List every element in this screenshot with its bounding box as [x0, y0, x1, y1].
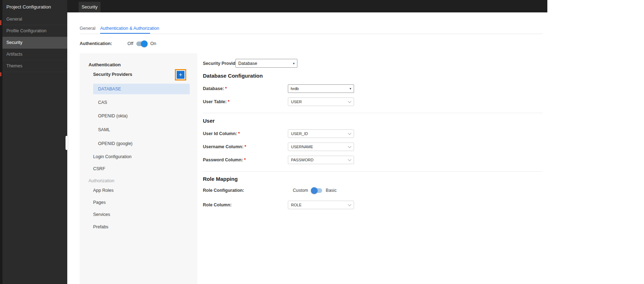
required-asterisk: *: [228, 99, 229, 104]
toggle-custom-label: Custom: [293, 188, 308, 193]
toggle-knob-icon: [141, 40, 148, 47]
dropdown-arrow-icon: ▾: [293, 62, 295, 65]
tree-item-openid-google[interactable]: OPENID (google): [93, 138, 190, 149]
database-row: Database: * hrdb ▾: [203, 84, 557, 93]
dropdown-arrow-icon: ▾: [349, 87, 351, 90]
tree-item-csrf[interactable]: CSRF: [93, 163, 190, 174]
tree-item-services[interactable]: Services: [93, 209, 190, 220]
user-id-column-label: User Id Column:: [203, 131, 237, 136]
red-marker: [0, 72, 1, 76]
password-column-select[interactable]: PASSWORD: [288, 156, 354, 164]
scrollbar-thumb[interactable]: [65, 136, 68, 150]
sidebar-item-general[interactable]: General: [2, 13, 67, 25]
tab-authentication-authorization[interactable]: Authentication & Authorization: [100, 26, 159, 33]
toggle-knob-icon: [311, 187, 318, 194]
role-column-select[interactable]: ROLE: [288, 201, 354, 209]
required-asterisk: *: [244, 157, 246, 162]
chevron-down-icon: [348, 131, 352, 135]
section-title-role-mapping: Role Mapping: [203, 176, 238, 182]
section-title-database-configuration: Database Configuration: [203, 73, 263, 79]
database-select[interactable]: hrdb ▾: [288, 84, 354, 93]
tree-item-cas[interactable]: CAS: [93, 97, 190, 108]
tree-item-pages[interactable]: Pages: [93, 197, 190, 208]
tree-item-login-configuration[interactable]: Login Configuration: [93, 151, 190, 162]
select-value: Database: [238, 61, 257, 66]
select-value: ROLE: [291, 203, 302, 207]
user-id-column-select[interactable]: USER_ID: [288, 129, 354, 138]
username-column-label: Username Column:: [203, 144, 244, 149]
user-id-column-row: User Id Column: * USER_ID: [203, 129, 557, 138]
toggle-off-label: Off: [127, 41, 133, 46]
username-column-select[interactable]: USERNAME: [288, 143, 354, 151]
sidebar-edge-strip: [0, 0, 2, 284]
authentication-tree-panel: Authentication Security Providers + DATA…: [80, 53, 197, 284]
chevron-down-icon: [348, 144, 352, 148]
tree-item-app-roles[interactable]: App Roles: [93, 185, 190, 196]
select-value: PASSWORD: [291, 158, 313, 162]
sidebar: Project Configuration General Profile Co…: [0, 0, 67, 284]
add-provider-highlight: +: [175, 69, 186, 80]
topbar-tab-security[interactable]: Security: [79, 2, 101, 12]
role-configuration-label: Role Configuration:: [203, 188, 244, 193]
chevron-down-icon: [348, 157, 352, 161]
screen: Project Configuration General Profile Co…: [0, 0, 644, 284]
section-title-user: User: [203, 118, 215, 124]
role-column-row: Role Column: ROLE: [203, 201, 557, 209]
tree-item-openid-okta[interactable]: OPENID (okta): [93, 111, 190, 121]
select-value: USER_ID: [291, 132, 308, 136]
divider: [203, 113, 543, 113]
tree-item-prefabs[interactable]: Prefabs: [93, 222, 190, 232]
authentication-label: Authentication:: [80, 41, 112, 46]
tree-item-database[interactable]: DATABASE: [93, 84, 190, 94]
role-configuration-toggle[interactable]: [312, 188, 322, 193]
username-column-row: Username Column: * USERNAME: [203, 143, 557, 151]
select-value: hrdb: [291, 87, 299, 91]
tree-node-security-providers[interactable]: Security Providers: [93, 72, 132, 77]
tree-section-authentication: Authentication: [89, 62, 121, 67]
security-provider-label: Security Provider: [203, 61, 240, 66]
security-provider-select[interactable]: Database ▾: [235, 59, 297, 68]
chevron-down-icon: [348, 202, 352, 206]
password-column-row: Password Column: * PASSWORD: [203, 156, 557, 164]
add-provider-button[interactable]: +: [177, 71, 184, 79]
role-column-label: Role Column:: [203, 202, 232, 207]
tab-general[interactable]: General: [80, 26, 95, 33]
database-label: Database:: [203, 86, 224, 91]
select-value: USERNAME: [291, 145, 313, 149]
tree-section-authorization: Authorization: [89, 178, 114, 183]
sidebar-item-profile-configuration[interactable]: Profile Configuration: [2, 25, 67, 37]
tree-item-saml[interactable]: SAML: [93, 124, 190, 135]
chevron-down-icon: [348, 99, 352, 103]
sidebar-items: General Profile Configuration Security A…: [2, 13, 67, 72]
role-configuration-row: Role Configuration: Custom Basic: [203, 186, 557, 194]
toggle-on-label: On: [150, 41, 156, 46]
divider: [203, 171, 543, 172]
red-marker: [0, 20, 1, 25]
sidebar-item-security[interactable]: Security: [2, 37, 67, 49]
required-asterisk: *: [245, 144, 246, 149]
security-provider-row: Security Provider Database ▾: [203, 59, 557, 68]
authentication-toggle[interactable]: [136, 41, 147, 46]
role-configuration-toggle-group: Custom Basic: [288, 186, 337, 194]
select-value: USER: [291, 100, 302, 104]
password-column-label: Password Column:: [203, 157, 243, 162]
required-asterisk: *: [225, 86, 227, 91]
topbar: Security: [67, 0, 547, 12]
sidebar-item-artifacts[interactable]: Artifacts: [2, 49, 67, 60]
authentication-toggle-group: Off On: [127, 40, 156, 47]
sidebar-title: Project Configuration: [6, 0, 51, 14]
user-table-row: User Table: * USER: [203, 98, 557, 106]
user-table-label: User Table:: [203, 99, 227, 104]
required-asterisk: *: [238, 131, 240, 136]
tabs-border: [80, 34, 543, 34]
toggle-basic-label: Basic: [326, 188, 337, 193]
sidebar-item-themes[interactable]: Themes: [2, 60, 67, 72]
user-table-select[interactable]: USER: [288, 98, 354, 106]
